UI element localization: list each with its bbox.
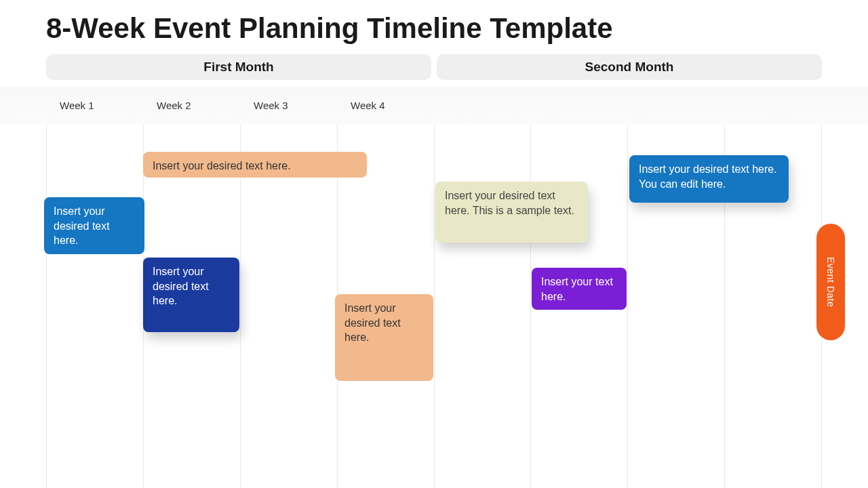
task-card-blue[interactable]: Insert your desired text here. — [44, 197, 144, 254]
task-card-peach-square[interactable]: Insert your desired text here. — [335, 294, 433, 381]
month-header-row: First Month Second Month — [46, 54, 822, 80]
week-label-2: Week 2 — [143, 100, 240, 111]
task-card-navy[interactable]: Insert your desired text here. — [143, 258, 239, 332]
month-header-first: First Month — [46, 54, 431, 80]
event-date-label: Event Date — [825, 257, 836, 307]
week-label-3: Week 3 — [240, 100, 337, 111]
week-header-band: Week 1 Week 2 Week 3 Week 4 — [0, 87, 868, 124]
task-card-blue-right[interactable]: Insert your desired text here. You can e… — [629, 155, 789, 203]
grid-col — [434, 124, 531, 488]
grid-col — [240, 124, 337, 488]
week-label-4: Week 4 — [337, 100, 434, 111]
week-label-1: Week 1 — [46, 100, 143, 111]
task-card-olive[interactable]: Insert your desired text here. This is a… — [435, 182, 588, 243]
grid-col — [46, 124, 143, 488]
month-header-second: Second Month — [437, 54, 822, 80]
task-card-peach-wide[interactable]: Insert your desired text here. — [143, 152, 367, 178]
event-date-marker[interactable]: Event Date — [816, 224, 845, 340]
task-card-purple[interactable]: Insert your text here. — [532, 268, 627, 310]
slide-title: 8-Week Event Planning Timeline Template — [46, 12, 613, 45]
